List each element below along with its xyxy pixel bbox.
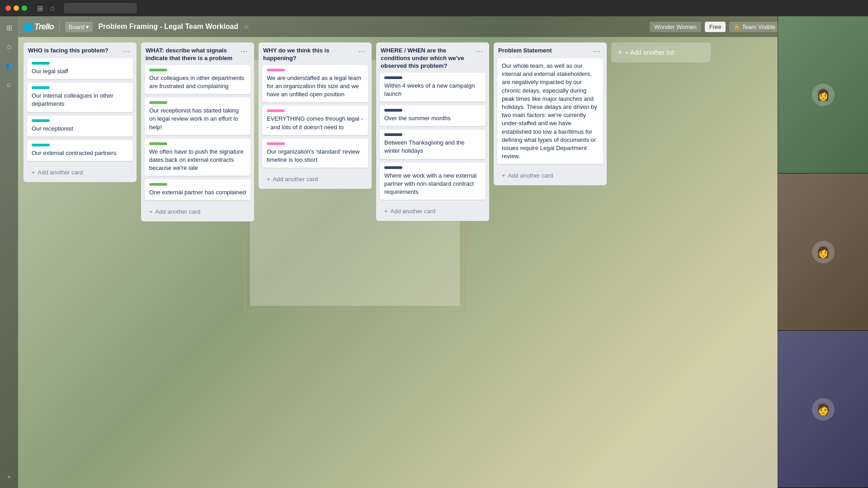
card-text-why-2: Our organization's 'standard' review tim… — [267, 148, 363, 164]
add-card-label-statement: Add another card — [508, 172, 553, 179]
card-text-what-0: Our colleagues in other departments are … — [149, 74, 246, 90]
card-who-1[interactable]: Our internal colleagues in other departm… — [27, 83, 133, 112]
card-who-0[interactable]: Our legal staff — [27, 58, 133, 79]
list-header-what: WHAT: describe what signals indicate tha… — [141, 42, 254, 65]
list-title-what: WHAT: describe what signals indicate tha… — [146, 47, 239, 62]
card-text-who-2: Our receptionist — [32, 125, 128, 133]
card-label-why-1 — [267, 109, 285, 112]
search-icon[interactable]: ⌕ — [2, 78, 16, 91]
card-why-0[interactable]: We are understaffed as a legal team for … — [262, 65, 368, 103]
card-label-what-1 — [149, 101, 167, 104]
add-list-label: + Add another list — [625, 49, 675, 56]
card-text-who-0: Our legal staff — [32, 67, 128, 75]
add-card-plus-icon-why: + — [267, 176, 270, 183]
card-label-what-3 — [149, 183, 167, 186]
maximize-dot[interactable] — [22, 5, 27, 11]
list-title-why: WHY do we think this is happening? — [263, 47, 356, 62]
card-where-1[interactable]: Over the summer months — [380, 105, 486, 126]
card-label-where-3 — [384, 166, 402, 169]
list-header-who: WHO is facing this problem?⋯ — [24, 42, 137, 58]
list-menu-button-where[interactable]: ⋯ — [474, 47, 485, 56]
list-menu-button-statement[interactable]: ⋯ — [591, 47, 602, 56]
card-who-3[interactable]: Our external contracted partners — [27, 140, 133, 161]
app-icons: ⊞ ⌂ — [35, 4, 57, 13]
card-what-3[interactable]: One external partner has complained — [145, 179, 250, 200]
list-title-statement: Problem Statement — [498, 47, 591, 55]
header-separator-1 — [59, 21, 60, 32]
board-area: WHO is facing this problem?⋯Our legal st… — [18, 37, 778, 488]
system-search-input[interactable] — [64, 3, 137, 13]
card-text-what-2: We often have to push the signature date… — [149, 148, 246, 173]
list-title-where: WHERE / WHEN are the conditions under wh… — [381, 47, 474, 70]
card-who-2[interactable]: Our receptionist — [27, 116, 133, 136]
card-text-statement-0: Our whole team, as well as our internal … — [502, 62, 599, 160]
card-text-where-2: Between Thanksgiving and the winter holi… — [384, 139, 481, 155]
card-text-where-3: Where we work with a new external partne… — [384, 172, 481, 197]
video-tile-3: 🧑 — [778, 331, 868, 488]
list-column-statement: Problem Statement⋯Our whole team, as wel… — [494, 42, 607, 185]
collapse-icon[interactable]: « — [2, 470, 16, 483]
add-card-button-why[interactable]: +Add another card — [262, 173, 368, 185]
add-card-label-where: Add another card — [391, 208, 436, 215]
card-label-who-0 — [32, 62, 50, 65]
team-visible-tag[interactable]: 🔒 Team Visible — [729, 22, 779, 32]
list-header-why: WHY do we think this is happening?⋯ — [259, 42, 372, 65]
card-label-who-3 — [32, 144, 50, 146]
card-text-where-0: Within 4 weeks of a new campaign launch — [384, 82, 481, 98]
card-where-2[interactable]: Between Thanksgiving and the winter holi… — [380, 130, 486, 159]
card-statement-0[interactable]: Our whole team, as well as our internal … — [497, 58, 603, 164]
list-menu-button-who[interactable]: ⋯ — [121, 47, 132, 56]
people-icon[interactable]: 👥 — [2, 59, 16, 72]
card-text-who-1: Our internal colleagues in other departm… — [32, 92, 128, 108]
home-app-icon[interactable]: ⌂ — [48, 4, 57, 13]
add-card-label-why: Add another card — [273, 176, 318, 183]
card-label-where-1 — [384, 109, 402, 112]
card-text-why-0: We are understaffed as a legal team for … — [267, 74, 363, 99]
add-list-plus-icon: + — [618, 48, 623, 57]
grid-icon[interactable]: ⊞ — [2, 21, 16, 34]
card-label-where-2 — [384, 133, 402, 136]
wonder-women-tag[interactable]: Wonder Women — [650, 22, 701, 32]
grid-app-icon[interactable]: ⊞ — [35, 4, 44, 13]
lock-icon: 🔒 — [734, 24, 740, 30]
card-label-what-2 — [149, 142, 167, 145]
card-label-why-2 — [267, 142, 285, 145]
card-what-2[interactable]: We often have to push the signature date… — [145, 139, 250, 176]
card-label-who-2 — [32, 119, 50, 122]
card-what-0[interactable]: Our colleagues in other departments are … — [145, 65, 250, 94]
card-what-1[interactable]: Our receptionist has started taking on l… — [145, 98, 250, 135]
list-menu-button-why[interactable]: ⋯ — [356, 47, 367, 56]
list-header-statement: Problem Statement⋯ — [494, 42, 607, 58]
team-visible-label: Team Visible — [742, 23, 775, 30]
card-label-who-1 — [32, 86, 50, 89]
list-cards-statement: Our whole team, as well as our internal … — [494, 58, 607, 168]
add-card-button-who[interactable]: +Add another card — [27, 166, 133, 178]
card-where-3[interactable]: Where we work with a new external partne… — [380, 163, 486, 200]
board-chevron-icon: ▾ — [86, 23, 89, 30]
card-text-who-3: Our external contracted partners — [32, 149, 128, 157]
list-menu-button-what[interactable]: ⋯ — [239, 47, 250, 56]
board-button[interactable]: Board ▾ — [65, 22, 93, 32]
list-cards-where: Within 4 weeks of a new campaign launchO… — [376, 73, 489, 204]
card-why-2[interactable]: Our organization's 'standard' review tim… — [262, 139, 368, 168]
add-card-button-what[interactable]: +Add another card — [145, 206, 250, 218]
card-where-0[interactable]: Within 4 weeks of a new campaign launch — [380, 73, 486, 102]
add-card-button-where[interactable]: +Add another card — [380, 205, 486, 217]
close-dot[interactable] — [5, 5, 11, 11]
card-label-why-0 — [267, 69, 285, 71]
add-card-label-who: Add another card — [38, 169, 83, 176]
list-column-where: WHERE / WHEN are the conditions under wh… — [376, 42, 489, 221]
list-header-where: WHERE / WHEN are the conditions under wh… — [376, 42, 489, 73]
card-why-1[interactable]: EVERYTHING comes through legal -- and lo… — [262, 106, 368, 135]
list-cards-why: We are understaffed as a legal team for … — [259, 65, 372, 171]
add-card-button-statement[interactable]: +Add another card — [497, 169, 603, 182]
home-icon[interactable]: ⌂ — [2, 40, 16, 53]
minimize-dot[interactable] — [14, 5, 19, 11]
card-text-what-1: Our receptionist has started taking on l… — [149, 107, 246, 131]
system-bar: ⊞ ⌂ — [0, 0, 868, 16]
star-icon[interactable]: ☆ — [244, 23, 250, 30]
free-tag[interactable]: Free — [705, 22, 726, 32]
list-column-what: WHAT: describe what signals indicate tha… — [141, 42, 254, 221]
window-controls — [5, 5, 27, 11]
add-list-button[interactable]: ++ Add another list — [611, 42, 711, 62]
